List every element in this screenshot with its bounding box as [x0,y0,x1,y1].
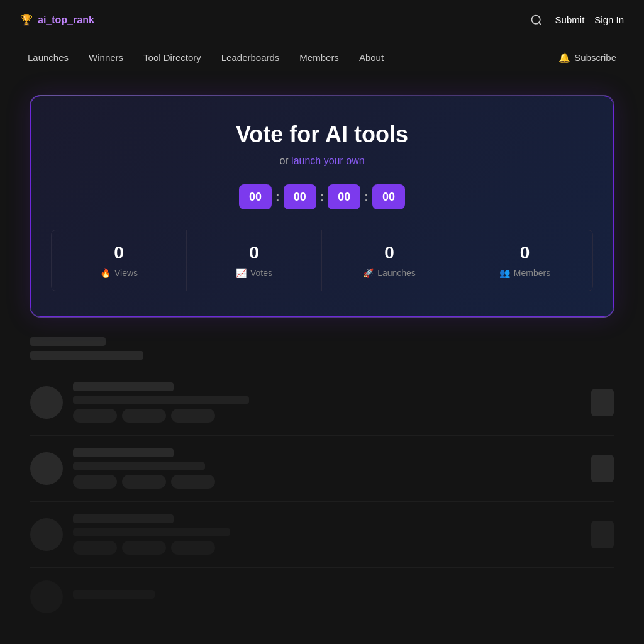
timer-sep-3: : [364,190,369,204]
item-avatar [30,452,63,485]
list-header-skeleton-1 [30,337,106,346]
item-vote-button[interactable] [591,455,614,482]
item-tags [73,409,581,423]
tag-skeleton [171,475,215,489]
tool-list-section [0,337,644,626]
svg-line-1 [538,22,541,25]
item-content [73,448,581,489]
item-title-skeleton [73,448,174,457]
brand-name: ai_top_rank [38,14,94,26]
timer-minutes: 00 [284,184,316,209]
tag-skeleton [122,409,166,423]
tag-skeleton [73,475,117,489]
item-vote-button[interactable] [591,389,614,416]
search-icon [530,14,543,26]
nav-item-subscribe[interactable]: 🔔 Subscribe [551,47,624,69]
item-vote-button[interactable] [591,521,614,548]
item-tags [73,475,581,489]
header: 🏆 ai_top_rank Submit Sign In [0,0,644,40]
nav-item-members[interactable]: Members [292,47,347,68]
item-content [73,382,581,423]
item-avatar [30,518,63,551]
hero-card: Vote for AI tools or launch your own 00 … [30,96,614,317]
bell-icon: 🔔 [558,52,570,64]
tag-skeleton [122,541,166,555]
item-avatar [30,386,63,419]
stat-views-label: 🔥 Views [100,268,138,278]
header-actions: Submit Sign In [528,11,624,29]
subtitle-prefix: or [279,155,291,166]
stat-launches: 0 🚀 Launches [322,230,457,291]
timer-ms: 00 [372,184,405,209]
main-nav: Launches Winners Tool Directory Leaderbo… [0,40,644,75]
item-avatar [30,580,63,613]
list-item[interactable] [30,370,614,436]
item-desc-skeleton [73,528,230,536]
list-item[interactable] [30,436,614,502]
search-button[interactable] [528,11,545,29]
item-title-skeleton [73,590,155,599]
tag-skeleton [73,409,117,423]
stat-views-number: 0 [114,243,124,263]
launch-icon: 🚀 [363,268,374,278]
tag-skeleton [171,409,215,423]
tag-skeleton [122,475,166,489]
stat-votes-label: 📈 Votes [236,268,272,278]
nav-item-about[interactable]: About [352,47,391,68]
item-desc-skeleton [73,396,249,404]
trending-icon: 📈 [236,268,247,278]
hero-section: Vote for AI tools or launch your own 00 … [0,75,644,337]
members-icon: 👥 [499,268,510,278]
nav-item-tool-directory[interactable]: Tool Directory [136,47,209,68]
fire-icon: 🔥 [100,268,111,278]
list-item[interactable] [30,568,614,626]
logo[interactable]: 🏆 ai_top_rank [20,14,94,26]
item-title-skeleton [73,382,174,391]
timer-hours: 00 [239,184,272,209]
timer-sep-1: : [275,190,280,204]
stat-members: 0 👥 Members [457,230,592,291]
list-header-skeleton-2 [30,351,143,360]
submit-button[interactable]: Submit [555,14,585,25]
item-content [73,514,581,555]
tag-skeleton [73,541,117,555]
launch-link[interactable]: launch your own [291,155,365,166]
list-header [30,337,614,360]
tag-skeleton [171,541,215,555]
hero-title: Vote for AI tools [51,121,593,148]
item-content [73,590,614,604]
hero-subtitle: or launch your own [51,155,593,167]
signin-button[interactable]: Sign In [594,14,624,25]
item-tags [73,541,581,555]
nav-item-winners[interactable]: Winners [81,47,131,68]
stat-launches-label: 🚀 Launches [363,268,416,278]
item-title-skeleton [73,514,174,523]
stat-votes-number: 0 [249,243,259,263]
logo-icon: 🏆 [20,14,33,26]
stat-views: 0 🔥 Views [52,230,187,291]
stat-members-number: 0 [520,243,530,263]
stat-members-label: 👥 Members [499,268,550,278]
stat-launches-number: 0 [384,243,394,263]
timer-sep-2: : [320,190,325,204]
nav-item-leaderboards[interactable]: Leaderboards [214,47,287,68]
stat-votes: 0 📈 Votes [187,230,322,291]
countdown-timer: 00 : 00 : 00 : 00 [51,184,593,209]
timer-seconds: 00 [328,184,360,209]
item-desc-skeleton [73,462,205,470]
list-item[interactable] [30,502,614,568]
nav-item-launches[interactable]: Launches [20,47,76,68]
stats-grid: 0 🔥 Views 0 📈 Votes 0 🚀 Launches [51,230,593,291]
